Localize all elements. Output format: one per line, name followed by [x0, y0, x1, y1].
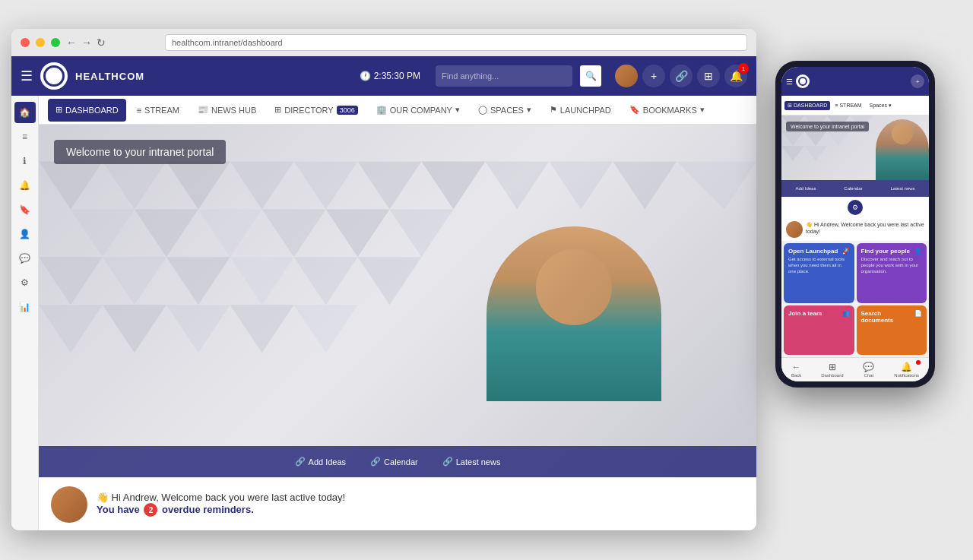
overdue-count-badge: 2 — [144, 503, 157, 517]
phone-cards-grid: Open Launchpad 🚀 Get access to external … — [781, 241, 929, 357]
close-button[interactable] — [21, 38, 30, 47]
bottom-welcome-bar: 👋 Hi Andrew, Welcome back you were last … — [39, 477, 756, 530]
back-nav-icon[interactable]: ← — [66, 36, 77, 49]
hero-section: Welcome to your intranet portal 🔗 Add Id… — [39, 125, 756, 477]
user-avatar[interactable] — [615, 65, 638, 87]
svg-marker-12 — [135, 209, 198, 257]
add-button[interactable]: + — [642, 65, 665, 87]
nav-dashboard[interactable]: ⊞ DASHBOARD — [48, 99, 126, 122]
svg-marker-35 — [781, 146, 804, 161]
svg-marker-9 — [613, 161, 677, 209]
sidebar-item-home[interactable]: 🏠 — [14, 102, 36, 123]
phone-card-search-docs[interactable]: Search documents 📄 — [857, 305, 927, 355]
calendar-icon: 🔗 — [370, 457, 381, 467]
svg-marker-36 — [804, 146, 827, 161]
svg-marker-22 — [358, 257, 422, 305]
global-search-input[interactable] — [436, 65, 572, 87]
sidebar-item-settings[interactable]: ⚙ — [14, 272, 36, 293]
svg-marker-8 — [549, 161, 613, 209]
link-button[interactable]: 🔗 — [670, 65, 693, 87]
logo-circle — [43, 65, 65, 87]
svg-marker-32 — [781, 131, 804, 146]
phone-settings-button[interactable]: ⚙ — [848, 200, 863, 215]
minimize-button[interactable] — [36, 38, 45, 47]
phone-nav-spaces[interactable]: Spaces ▾ — [867, 101, 895, 110]
phone-logo — [796, 74, 810, 88]
browser-window: ← → ↻ healthcom.intranet/dashboard ☰ HEA… — [11, 29, 756, 530]
nav-our-company[interactable]: 🏢 OUR COMPANY ▾ — [369, 99, 467, 122]
sidebar-item-chat[interactable]: 💬 — [14, 248, 36, 269]
phone-app-bar: ☰ + — [781, 67, 929, 96]
svg-marker-15 — [326, 209, 390, 257]
svg-marker-0 — [39, 161, 103, 209]
latest-news-icon: 🔗 — [442, 457, 453, 467]
browser-titlebar: ← → ↻ healthcom.intranet/dashboard — [11, 29, 756, 56]
sidebar-item-bookmark[interactable]: 🔖 — [14, 199, 36, 220]
svg-marker-4 — [294, 161, 358, 209]
phone-stream-icon: ≡ — [835, 103, 838, 108]
global-search-button[interactable]: 🔍 — [580, 65, 601, 87]
forward-nav-icon[interactable]: → — [81, 36, 92, 49]
latest-news-button[interactable]: 🔗 Latest news — [432, 452, 512, 471]
phone-nav-dashboard[interactable]: ⊞ DASHBOARD — [784, 101, 830, 110]
phone-people-icon: 👤 — [914, 248, 922, 255]
phone-launchpad-icon: 🚀 — [842, 248, 850, 255]
sidebar-item-menu[interactable]: ≡ — [14, 126, 36, 147]
nav-stream[interactable]: ≡ STREAM — [129, 99, 187, 122]
phone-back-icon: ← — [792, 362, 801, 372]
app-header: ☰ HEALTHCOM 🕐 2:35:30 PM 🔍 + 🔗 ⊞ 🔔 1 — [11, 56, 756, 96]
add-ideas-button[interactable]: 🔗 Add Ideas — [284, 452, 357, 471]
reload-nav-icon[interactable]: ↻ — [97, 36, 106, 49]
address-bar[interactable]: healthcom.intranet/dashboard — [165, 34, 747, 51]
phone-docs-icon: 📄 — [914, 310, 922, 317]
svg-marker-13 — [198, 209, 262, 257]
nav-launchpad[interactable]: ⚑ LAUNCHPAD — [542, 99, 619, 122]
phone-frame: ☰ + ⊞ DASHBOARD ≡ STREAM Spaces ▾ — [775, 61, 935, 388]
phone-chat-button[interactable]: 💬 Chat — [863, 362, 874, 378]
sidebar-item-user[interactable]: 👤 — [14, 223, 36, 245]
svg-marker-23 — [39, 305, 103, 353]
svg-marker-26 — [230, 305, 294, 353]
phone-nav-stream[interactable]: ≡ STREAM — [832, 101, 864, 109]
company-icon: 🏢 — [376, 105, 387, 115]
phone-hero-actions: Add Ideas Calendar Latest news — [781, 180, 929, 197]
sidebar-item-chart[interactable]: 📊 — [14, 296, 36, 318]
svg-marker-20 — [230, 257, 294, 305]
phone-add-button[interactable]: + — [911, 74, 924, 88]
directory-icon: ⊞ — [274, 105, 281, 115]
nav-bookmarks[interactable]: 🔖 BOOKMARKS ▾ — [622, 99, 712, 122]
phone-add-ideas-button[interactable]: Add Ideas — [795, 186, 816, 191]
phone-hamburger-icon[interactable]: ☰ — [786, 78, 793, 86]
notification-button[interactable]: 🔔 1 — [724, 65, 747, 87]
phone-notifications-button[interactable]: 🔔 Notifications — [894, 362, 919, 378]
phone-latest-news-button[interactable]: Latest news — [891, 186, 915, 191]
left-sidebar: 🏠 ≡ ℹ 🔔 🔖 👤 💬 ⚙ 📊 — [11, 96, 39, 530]
launchpad-icon: ⚑ — [550, 105, 557, 115]
nav-directory[interactable]: ⊞ DIRECTORY 3006 — [267, 99, 365, 122]
svg-marker-1 — [103, 161, 166, 209]
phone-chat-icon: 💬 — [863, 362, 874, 372]
phone-notifications-icon: 🔔 — [901, 362, 912, 372]
brand-name: HEALTHCOM — [75, 71, 144, 82]
sidebar-item-notification[interactable]: 🔔 — [14, 175, 36, 196]
phone-card-people[interactable]: Find your people 👤 Discover and reach ou… — [857, 243, 927, 303]
nav-news-hub[interactable]: 📰 NEWS HUB — [190, 99, 264, 122]
phone-hero-welcome-text: Welcome to your intranet portal — [786, 122, 869, 131]
phone-dashboard-button[interactable]: ⊞ Dashboard — [821, 362, 843, 378]
maximize-button[interactable] — [51, 38, 60, 47]
svg-marker-16 — [390, 209, 454, 257]
hero-welcome-text: Welcome to your intranet portal — [54, 140, 226, 164]
grid-button[interactable]: ⊞ — [697, 65, 720, 87]
hamburger-icon[interactable]: ☰ — [21, 68, 33, 84]
welcome-message: 👋 Hi Andrew, Welcome back you were last … — [97, 492, 345, 517]
phone-calendar-button[interactable]: Calendar — [844, 186, 862, 191]
calendar-button[interactable]: 🔗 Calendar — [360, 452, 429, 471]
content-area: ⊞ DASHBOARD ≡ STREAM 📰 NEWS HUB ⊞ DIRECT… — [39, 96, 756, 530]
nav-spaces[interactable]: ◯ SPACES ▾ — [471, 99, 539, 122]
phone-card-join-team[interactable]: Join a team 👥 — [784, 305, 854, 355]
svg-marker-24 — [103, 305, 166, 353]
phone-back-button[interactable]: ← Back — [791, 362, 801, 378]
news-icon: 📰 — [198, 105, 208, 115]
sidebar-item-info[interactable]: ℹ — [14, 150, 36, 172]
phone-card-launchpad[interactable]: Open Launchpad 🚀 Get access to external … — [784, 243, 854, 303]
